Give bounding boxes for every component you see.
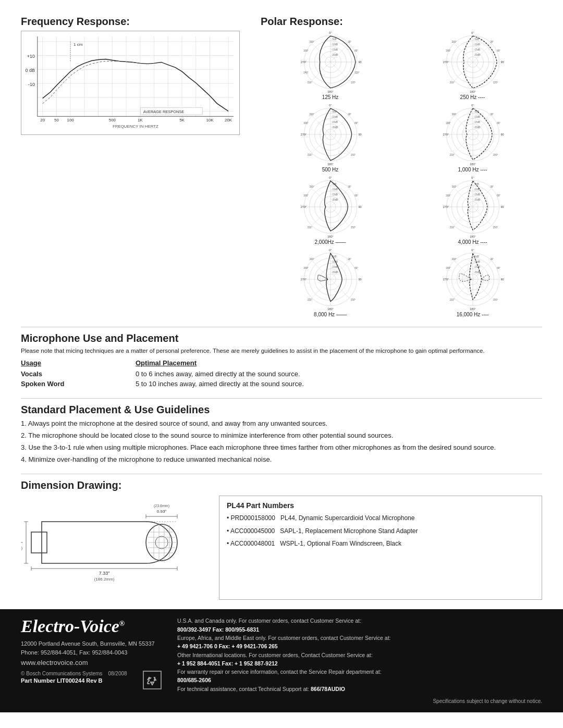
svg-text:150°: 150° bbox=[350, 226, 356, 229]
svg-text:60°: 60° bbox=[497, 194, 500, 197]
svg-text:20: 20 bbox=[40, 118, 45, 122]
svg-text:-5dB: -5dB bbox=[331, 38, 336, 41]
svg-text:30°: 30° bbox=[490, 258, 494, 261]
svg-text:60°: 60° bbox=[354, 50, 358, 52]
polar-title: Polar Response: bbox=[261, 16, 542, 28]
svg-text:60°: 60° bbox=[497, 267, 500, 269]
frequency-chart: +10 0 dB -10 20 50 100 500 1K 5K 10K 20K… bbox=[21, 31, 240, 135]
svg-text:60°: 60° bbox=[354, 122, 358, 125]
polar-item-2000hz: -5dB -10dB -15dB -20dB 0° 90° 270° 180° … bbox=[261, 176, 400, 245]
svg-text:-15dB: -15dB bbox=[331, 121, 337, 124]
svg-text:270°: 270° bbox=[300, 278, 306, 281]
polar-response-section: Polar Response: -5dB bbox=[261, 16, 542, 317]
svg-text:FREQUENCY IN HERTZ: FREQUENCY IN HERTZ bbox=[113, 124, 158, 129]
svg-text:-20dB: -20dB bbox=[473, 271, 480, 274]
std-guidelines-list: 1. Always point the microphone at the de… bbox=[21, 419, 542, 464]
svg-text:270°: 270° bbox=[443, 60, 448, 64]
svg-text:30°: 30° bbox=[348, 113, 351, 116]
svg-text:60°: 60° bbox=[497, 50, 500, 52]
svg-text:+10: +10 bbox=[27, 54, 35, 59]
polar-grid: -5dB -10dB -15dB -20dB 0° 90° 270° 180° … bbox=[261, 31, 542, 317]
svg-text:90°: 90° bbox=[500, 278, 504, 281]
footer-address-line2: Phone: 952/884-4051, Fax: 952/884-0043 bbox=[21, 648, 167, 657]
svg-text:0°: 0° bbox=[329, 249, 332, 252]
polar-item-8000hz: -5dB -10dB -15dB -20dB 0° 90° 270° 180° … bbox=[261, 248, 400, 317]
footer-logo: Electro-Voice® bbox=[21, 616, 167, 636]
guideline-2: 2. The microphone should be located clos… bbox=[21, 431, 542, 441]
polar-label-16000hz: 16,000 Hz ---- bbox=[457, 312, 489, 317]
svg-text:270°: 270° bbox=[443, 278, 448, 281]
footer-right-line-7: 800/685-2606 bbox=[177, 676, 542, 684]
svg-text:180°: 180° bbox=[327, 235, 333, 238]
svg-text:90°: 90° bbox=[500, 205, 504, 208]
footer-address-line1: 12000 Portland Avenue South, Burnsville,… bbox=[21, 639, 167, 648]
svg-text:0°: 0° bbox=[471, 176, 474, 179]
dim-content: 7.33" (186.2mm) 2.00" (50.7 mm) 0.93" (2… bbox=[21, 496, 542, 600]
mic-use-section: Microphone Use and Placement Please note… bbox=[21, 332, 542, 389]
svg-text:330°: 330° bbox=[451, 41, 457, 43]
footer-right-line-3: + 49 9421-706 0 Fax: + 49 9421-706 265 bbox=[177, 642, 542, 650]
polar-label-250hz: 250 Hz ---- bbox=[460, 94, 485, 100]
svg-text:330°: 330° bbox=[451, 186, 457, 188]
svg-text:60°: 60° bbox=[497, 122, 500, 125]
polar-item-500hz: -5dB -10dB -15dB -20dB 0° 90° 270° 180° … bbox=[261, 103, 400, 172]
svg-text:60°: 60° bbox=[354, 194, 358, 197]
svg-text:-10dB: -10dB bbox=[473, 116, 480, 118]
svg-text:90°: 90° bbox=[358, 205, 361, 208]
polar-label-125hz: 125 Hz bbox=[322, 94, 339, 100]
svg-text:-10dB: -10dB bbox=[331, 116, 337, 118]
svg-text:120°: 120° bbox=[354, 71, 360, 74]
svg-text:-20dB: -20dB bbox=[331, 126, 337, 129]
pn-code-2: • ACC000048001 bbox=[227, 539, 275, 548]
divider-2 bbox=[21, 398, 542, 399]
svg-text:50: 50 bbox=[54, 118, 59, 122]
footer-right-line-2: Europe, Africa, and Middle East only. Fo… bbox=[177, 634, 542, 642]
pn-item-0: • PRD000158000 PL44, Dynamic Supercardio… bbox=[227, 514, 534, 522]
svg-text:30°: 30° bbox=[348, 258, 351, 261]
svg-text:-20dB: -20dB bbox=[473, 54, 480, 56]
divider-3 bbox=[21, 474, 542, 474]
polar-label-500hz: 500 Hz bbox=[322, 167, 339, 172]
svg-text:-15dB: -15dB bbox=[331, 48, 337, 51]
placement-header: Optimal Placement bbox=[136, 359, 542, 367]
svg-text:(50.7 mm): (50.7 mm) bbox=[21, 546, 22, 550]
usage-col-header: Usage Vocals Spoken Word bbox=[21, 359, 136, 389]
placement-vocals: 0 to 6 inches away, aimed directly at th… bbox=[136, 369, 542, 379]
top-section: Frequency Response: bbox=[21, 16, 542, 317]
svg-text:330°: 330° bbox=[309, 186, 314, 188]
frequency-response-section: Frequency Response: bbox=[21, 16, 250, 317]
svg-text:-20dB: -20dB bbox=[331, 271, 337, 274]
svg-text:90°: 90° bbox=[358, 133, 361, 136]
polar-item-125hz: -5dB -10dB -15dB -20dB 0° 90° 270° 180° … bbox=[261, 31, 400, 100]
std-placement-section: Standard Placement & Use Guidelines 1. A… bbox=[21, 404, 542, 464]
placement-spoken: 5 to 10 inches away, aimed directly at t… bbox=[136, 379, 542, 389]
svg-text:180°: 180° bbox=[327, 163, 333, 166]
svg-text:7.33": 7.33" bbox=[99, 571, 110, 576]
svg-text:-10dB: -10dB bbox=[331, 188, 337, 191]
svg-text:90°: 90° bbox=[358, 60, 361, 64]
std-title: Standard Placement & Use Guidelines bbox=[21, 404, 542, 416]
svg-text:60°: 60° bbox=[354, 267, 358, 269]
footer-website: www.electrovoice.com bbox=[21, 659, 167, 667]
svg-text:10K: 10K bbox=[206, 118, 214, 122]
footer-right: U.S.A. and Canada only. For customer ord… bbox=[177, 616, 542, 705]
svg-text:AVERAGE RESPONSE: AVERAGE RESPONSE bbox=[143, 109, 185, 114]
svg-text:150°: 150° bbox=[493, 154, 498, 156]
svg-text:-20dB: -20dB bbox=[473, 126, 480, 129]
polar-label-8000hz: 8,000 Hz —— bbox=[314, 312, 347, 317]
svg-text:20K: 20K bbox=[225, 118, 232, 122]
svg-text:1K: 1K bbox=[138, 118, 143, 122]
pn-title: PL44 Part Numbers bbox=[227, 501, 534, 510]
svg-text:210°: 210° bbox=[449, 226, 455, 229]
svg-text:240°: 240° bbox=[303, 71, 309, 74]
footer-right-line-5: + 1 952 884-4051 Fax: + 1 952 887-9212 bbox=[177, 659, 542, 668]
divider-1 bbox=[21, 327, 542, 327]
svg-text:90°: 90° bbox=[500, 60, 504, 64]
svg-text:0°: 0° bbox=[329, 31, 332, 34]
svg-text:180°: 180° bbox=[470, 163, 475, 166]
svg-text:1 cm: 1 cm bbox=[74, 42, 83, 47]
footer-part-number: Part Number LIT000244 Rev B bbox=[21, 677, 127, 684]
usage-label-spoken: Spoken Word bbox=[21, 379, 136, 389]
svg-text:180°: 180° bbox=[470, 90, 475, 93]
svg-text:90°: 90° bbox=[500, 133, 504, 136]
